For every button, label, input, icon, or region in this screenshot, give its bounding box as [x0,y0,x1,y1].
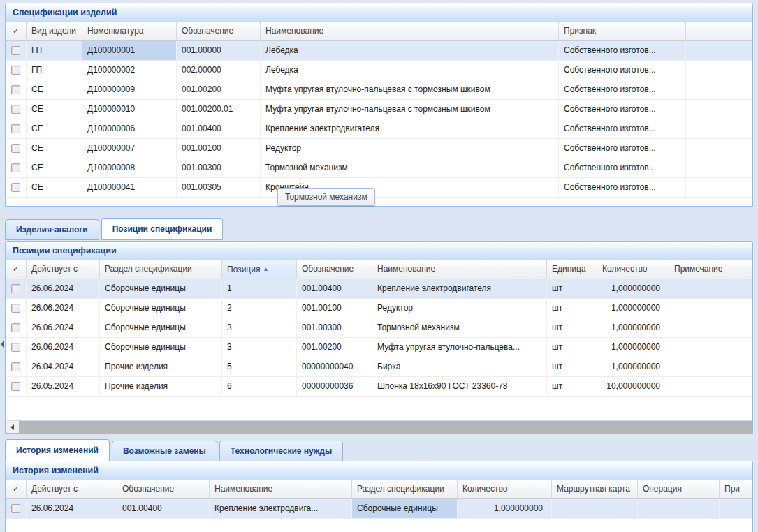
grid-cell[interactable]: Прочие изделия [100,377,222,396]
grid-cell[interactable]: 1,000000000 [597,279,669,298]
column-header[interactable]: Раздел спецификации [100,260,222,279]
grid-cell[interactable]: Д100000002 [82,61,177,80]
grid-cell[interactable]: Сборочные единицы [100,299,222,318]
grid-cell[interactable]: Собственного изготов... [559,61,686,80]
grid-cell[interactable]: СЕ [27,158,82,177]
grid-cell[interactable]: СЕ [27,100,82,119]
grid-cell[interactable]: 26.06.2024 [27,299,100,318]
column-header[interactable]: Обозначение [117,480,210,498]
grid-cell[interactable]: Муфта упругая втулочно-пальцевая с тормо… [261,100,559,119]
column-header[interactable]: Количество [458,480,552,498]
grid-cell[interactable]: 00000000040 [297,357,372,376]
grid-cell[interactable] [669,279,752,298]
tab-1[interactable]: Возможные замены [112,441,217,461]
grid-cell[interactable] [686,100,752,119]
column-header[interactable]: Маршрутная карта [552,480,638,498]
grid-cell[interactable] [686,80,752,99]
collapse-handle[interactable] [1,339,6,349]
grid-cell[interactable]: Собственного изготов... [559,100,686,119]
grid-cell[interactable] [669,377,752,396]
column-header[interactable]: Действует с [27,260,100,279]
column-header[interactable]: Единица [547,260,597,279]
grid-cell[interactable]: 001.00000 [177,41,261,60]
grid-cell[interactable]: Д100000009 [82,80,177,99]
row-checkbox[interactable] [11,85,20,94]
grid-cell[interactable]: Бирка [372,357,547,376]
grid-cell[interactable]: 001.00400 [117,499,210,518]
row-checkbox[interactable] [11,124,20,133]
grid-cell[interactable]: Редуктор [261,139,559,158]
grid-cell[interactable] [669,338,752,357]
grid-cell[interactable]: 26.06.2024 [27,499,117,518]
grid-cell[interactable] [669,318,752,337]
grid-cell[interactable]: 5 [222,357,297,376]
horizontal-scrollbar[interactable] [6,420,752,433]
row-checkbox[interactable] [11,144,20,153]
row-checkbox[interactable] [11,66,20,75]
grid-cell[interactable]: шт [547,318,597,337]
grid-cell[interactable]: Сборочные единицы [100,338,222,357]
grid-cell[interactable] [686,178,752,197]
grid-cell[interactable]: 26.06.2024 [27,338,100,357]
row-checkbox[interactable] [11,183,20,192]
grid-cell[interactable]: 26.06.2024 [27,279,100,298]
grid-cell[interactable]: Собственного изготов... [559,139,686,158]
tab-2[interactable]: Технологические нужды [219,441,343,461]
grid-cell[interactable] [686,61,752,80]
grid-cell[interactable]: Д100000010 [82,100,177,119]
grid-cell[interactable]: Тормозной механизм [372,318,547,337]
column-header[interactable]: Наименование [210,480,352,498]
grid-cell[interactable]: СЕ [27,119,82,138]
column-header[interactable]: Обозначение [297,260,372,279]
grid-cell[interactable]: 002.00000 [177,61,261,80]
tab-0[interactable]: История изменений [5,439,110,461]
grid-cell[interactable]: 1 [222,279,297,298]
grid-cell[interactable]: Крепление электродвигателя [261,119,559,138]
row-checkbox[interactable] [11,362,20,371]
row-checkbox[interactable] [11,382,20,391]
grid-cell[interactable]: 1,000000000 [597,338,669,357]
grid-cell[interactable]: 26.04.2024 [27,357,100,376]
column-header[interactable]: Наименование [372,260,547,279]
column-header[interactable]: Операция [638,480,720,498]
grid-cell[interactable]: Сборочные единицы [100,279,222,298]
grid-cell[interactable]: 001.00200.01 [177,100,261,119]
grid-cell[interactable]: Крепление электродвига... [210,499,352,518]
tab-1[interactable]: Позиции спецификации [101,218,224,240]
column-header[interactable] [686,22,752,40]
row-checkbox[interactable] [11,163,20,172]
grid-cell[interactable]: Д100000001 [82,41,177,60]
grid-cell[interactable]: Д100000008 [82,158,177,177]
grid-cell[interactable]: 1,000000000 [597,318,669,337]
grid-cell[interactable]: Собственного изготов... [559,80,686,99]
grid-cell[interactable]: 001.00305 [177,178,261,197]
row-checkbox[interactable] [11,46,20,55]
scroll-left-button[interactable] [6,421,19,433]
grid-cell[interactable]: Собственного изготов... [559,178,686,197]
grid-cell[interactable]: Сборочные единицы [100,318,222,337]
grid-cell[interactable]: Редуктор [372,299,547,318]
grid-cell[interactable]: 001.00200 [177,80,261,99]
grid-cell[interactable]: 001.00400 [297,279,372,298]
grid-cell[interactable]: Прочие изделия [100,357,222,376]
grid-cell[interactable]: шт [547,279,597,298]
grid-cell[interactable]: 001.00100 [297,299,372,318]
grid-cell[interactable]: 2 [222,299,297,318]
column-header[interactable]: Признак [559,22,686,40]
grid-cell[interactable]: Крепление электродвигателя [372,279,547,298]
grid-cell[interactable]: Д100000007 [82,139,177,158]
grid-cell[interactable] [669,299,752,318]
grid-cell[interactable] [720,499,752,518]
grid-cell[interactable]: 001.00100 [177,139,261,158]
grid-cell[interactable]: Д100000006 [82,119,177,138]
grid-cell[interactable]: 26.06.2024 [27,318,100,337]
grid-cell[interactable]: 001.00200 [297,338,372,357]
grid-cell[interactable]: шт [547,357,597,376]
column-header[interactable]: Действует с [27,480,117,498]
grid-cell[interactable]: ГП [27,41,82,60]
row-checkbox[interactable] [11,323,20,332]
grid-cell[interactable]: 1,000000000 [597,357,669,376]
grid-cell[interactable] [552,499,638,518]
column-header[interactable]: Номенклатура [82,22,177,40]
grid-cell[interactable]: Собственного изготов... [559,158,686,177]
